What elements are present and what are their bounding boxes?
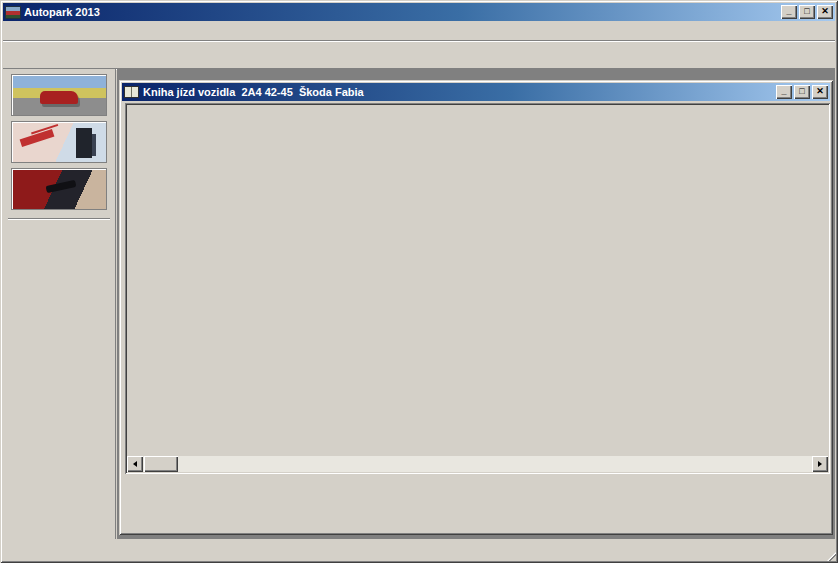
menu-bar	[3, 22, 835, 41]
logbook-icon	[124, 86, 139, 98]
maximize-button[interactable]: □	[799, 5, 815, 19]
arrow-left-icon	[133, 461, 137, 467]
scroll-right-button[interactable]	[812, 456, 828, 472]
mdi-area: Kniha jízd vozidla 2A4 42-45 Škoda Fabia…	[117, 69, 835, 539]
travel-collage-photo	[12, 122, 106, 162]
logbook-window: Kniha jízd vozidla 2A4 42-45 Škoda Fabia…	[119, 80, 833, 535]
app-title-bar[interactable]: Autopark 2013 _ □ ✕	[3, 3, 835, 21]
sidebar	[3, 69, 116, 539]
app-icon	[5, 6, 21, 19]
logbook-window-title-bar[interactable]: Kniha jízd vozidla 2A4 42-45 Škoda Fabia…	[122, 83, 830, 101]
sidebar-separator	[8, 218, 110, 220]
arrow-right-icon	[818, 461, 822, 467]
minimize-button[interactable]: _	[781, 5, 797, 19]
toolbar	[3, 42, 835, 69]
status-bar	[3, 540, 835, 560]
trips-grid	[125, 103, 830, 474]
app-title: Autopark 2013	[24, 6, 779, 18]
car-road-photo	[12, 75, 106, 115]
close-button[interactable]: ✕	[817, 5, 833, 19]
horizontal-scrollbar[interactable]	[127, 456, 828, 472]
logbook-close-button[interactable]: ✕	[812, 85, 828, 99]
logbook-maximize-button[interactable]: □	[794, 85, 810, 99]
scrollbar-track[interactable]	[178, 456, 812, 472]
logbook-window-title: Kniha jízd vozidla 2A4 42-45 Škoda Fabia	[143, 86, 774, 98]
logbook-minimize-button[interactable]: _	[776, 85, 792, 99]
logbook-button-bar	[131, 485, 819, 509]
scroll-left-button[interactable]	[127, 456, 143, 472]
fuel-pump-photo	[12, 169, 106, 209]
scrollbar-thumb[interactable]	[144, 456, 178, 472]
